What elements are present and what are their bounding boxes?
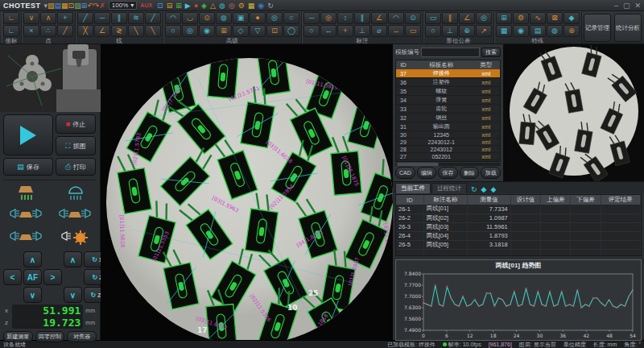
- af-button[interactable]: AF: [23, 269, 42, 285]
- point-plus-icon[interactable]: +: [57, 12, 73, 24]
- sp-star-icon[interactable]: ◆: [564, 12, 580, 24]
- round-icon[interactable]: ○: [283, 12, 299, 24]
- tab-current-part[interactable]: 当前工件: [395, 183, 431, 193]
- play-button[interactable]: [3, 114, 53, 155]
- display-icon[interactable]: ⊡: [157, 2, 163, 10]
- sp-disc-icon[interactable]: ◉: [513, 25, 529, 37]
- home-control-button[interactable]: 回零控制: [35, 331, 65, 342]
- ring-icon[interactable]: ◎: [182, 25, 198, 37]
- keyway-icon[interactable]: ⊡: [266, 25, 283, 37]
- template-row[interactable]: 282243012xml: [396, 146, 500, 153]
- results-col-header[interactable]: 设计值: [510, 195, 540, 205]
- cad-button[interactable]: CAD: [395, 167, 415, 179]
- template-row[interactable]: 31输出圆xml: [396, 122, 500, 131]
- results-col-header[interactable]: 上偏差: [541, 195, 571, 205]
- dim-ring-icon[interactable]: ◎: [320, 12, 336, 24]
- ellipse-icon[interactable]: ◇: [233, 25, 249, 37]
- point-mid-icon[interactable]: ∴: [40, 25, 56, 37]
- print-button[interactable]: ⎙ 打印: [56, 158, 96, 176]
- delete-all-icon[interactable]: ✗: [99, 2, 105, 10]
- ruler-icon[interactable]: ⊟: [167, 2, 173, 10]
- minimize-button[interactable]: –: [614, 2, 618, 10]
- line-mid-icon[interactable]: ╲: [145, 25, 161, 37]
- save-button[interactable]: ▤ 保存: [3, 158, 53, 176]
- bottom-light-icon[interactable]: [3, 227, 47, 248]
- circle-icon[interactable]: ○: [165, 25, 181, 37]
- arc-icon[interactable]: ◠: [165, 12, 181, 24]
- template-row[interactable]: 32钢丝xml: [396, 114, 500, 122]
- dim-plus-icon[interactable]: +: [337, 25, 353, 37]
- stage-left-button[interactable]: <: [3, 269, 22, 285]
- template-row[interactable]: 262xml: [396, 160, 500, 163]
- dim-circle-icon[interactable]: ○: [303, 25, 320, 37]
- refresh-icon[interactable]: ↻: [471, 185, 477, 193]
- sync-icon[interactable]: ↻: [267, 2, 274, 10]
- template-box-icon[interactable]: ⊡: [68, 2, 75, 10]
- undo-icon[interactable]: ↶: [87, 2, 93, 10]
- tol-parallel-icon[interactable]: ∥: [442, 12, 458, 24]
- line-skew-icon[interactable]: ╲: [128, 25, 144, 37]
- sp-mesh-icon[interactable]: ▦: [496, 25, 512, 37]
- dim-h-icon[interactable]: ─: [303, 12, 320, 24]
- tol-pos-icon[interactable]: ⊕: [459, 25, 475, 37]
- sp-wave-icon[interactable]: ∿: [530, 12, 546, 24]
- target-icon[interactable]: ◎: [229, 2, 235, 10]
- point-line-icon[interactable]: ╱: [57, 25, 73, 37]
- tol-angle-icon[interactable]: ∠: [459, 12, 475, 24]
- load-template-button[interactable]: 加载: [481, 167, 501, 179]
- zoom-select[interactable]: 100% ▾: [109, 1, 137, 10]
- stage-down-button[interactable]: ∨: [23, 287, 42, 303]
- stop-button[interactable]: ■ 停止: [56, 114, 96, 134]
- dim-dist-icon[interactable]: ↔: [388, 25, 404, 37]
- dim-rad-icon[interactable]: ◠: [388, 12, 404, 24]
- blob-icon[interactable]: ●: [250, 12, 266, 24]
- template-row[interactable]: 34弹簧xml: [396, 96, 500, 105]
- tab-process-stats[interactable]: 过程统计: [431, 183, 467, 193]
- rect-icon[interactable]: ⊞: [216, 25, 232, 37]
- focuser-button[interactable]: 对焦器: [67, 331, 97, 342]
- sp-list-icon[interactable]: ▤: [530, 25, 546, 37]
- record-icon[interactable]: ●: [194, 2, 198, 10]
- nodes-icon[interactable]: ◈: [201, 2, 207, 10]
- results-col-header[interactable]: ID: [396, 195, 423, 205]
- results-col-header[interactable]: 测量值: [468, 195, 510, 205]
- gallery-icon[interactable]: ▦: [61, 2, 68, 10]
- disc-icon[interactable]: ◉: [199, 25, 215, 37]
- template-table-hscrollbar[interactable]: [395, 163, 501, 166]
- results-row[interactable]: 26-2两线[02]1.0987: [396, 213, 641, 222]
- dim-height-icon[interactable]: ↕: [337, 12, 353, 24]
- results-row[interactable]: 26-5两线[05]3.1818: [396, 240, 641, 249]
- line-gt-icon[interactable]: ≷: [111, 25, 127, 37]
- maximize-button[interactable]: ▢: [623, 2, 630, 10]
- stage-right-button[interactable]: >: [43, 269, 62, 285]
- template-row[interactable]: 35螺纹xml: [396, 87, 500, 96]
- template-search-button[interactable]: 搜索: [481, 48, 501, 57]
- pin-icon[interactable]: ⊙: [199, 12, 215, 24]
- dim-perp-icon[interactable]: ⊥: [354, 25, 370, 37]
- save-file-icon[interactable]: ▤: [55, 2, 62, 10]
- tol-conc-icon[interactable]: ◎: [476, 12, 492, 24]
- globe-icon[interactable]: ◉: [258, 2, 264, 10]
- template-search-input[interactable]: [421, 48, 480, 57]
- sp-scope-icon[interactable]: ⊛: [564, 25, 580, 37]
- template-col-header[interactable]: 类型: [473, 60, 500, 69]
- template-col-header[interactable]: 模板名称: [411, 60, 473, 69]
- csys-rotate-icon[interactable]: ∟: [3, 25, 19, 37]
- point-peak-icon[interactable]: ∧: [40, 12, 56, 24]
- dim-width-icon[interactable]: ↔: [320, 25, 336, 37]
- results-col-header[interactable]: 评定结果: [601, 195, 640, 205]
- camera-viewport[interactable]: [02]11.5823[01]11.5829[02]1.8027[01]7.73…: [101, 44, 393, 340]
- slot-icon[interactable]: ▣: [233, 12, 249, 24]
- z-down-button[interactable]: ∨: [64, 287, 82, 303]
- template-row[interactable]: 27052201xml: [396, 153, 500, 160]
- tol-round-icon[interactable]: ○: [425, 25, 441, 37]
- line-seg-icon[interactable]: ─: [94, 12, 110, 24]
- export-prev-icon[interactable]: ◆: [481, 185, 487, 193]
- sphere-icon[interactable]: ◍: [219, 2, 225, 10]
- line-icon[interactable]: ╱: [77, 12, 93, 24]
- dim-note-icon[interactable]: ▭: [405, 25, 421, 37]
- poly-icon[interactable]: ▽: [250, 25, 266, 37]
- oval-icon[interactable]: ◯: [283, 25, 299, 37]
- dim-pt-icon[interactable]: ⊙: [405, 12, 421, 24]
- snapshot-button[interactable]: ⛶ 抓图: [56, 136, 96, 155]
